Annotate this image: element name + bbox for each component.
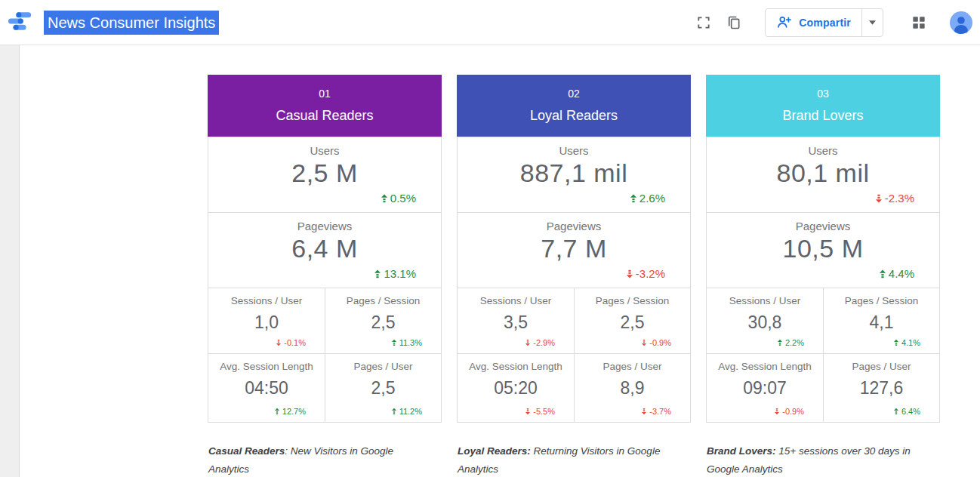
metric-label: Pageviews xyxy=(208,213,441,232)
card-number: 02 xyxy=(457,88,691,100)
card-loyal-readers: 02 Loyal Readers Users 887,1 mil 2.6% Pa… xyxy=(457,75,691,477)
metric-value: 2,5 xyxy=(325,312,441,333)
metric-label: Sessions / User xyxy=(707,288,823,306)
metric-change: 2.6% xyxy=(630,192,665,205)
change-arrow-icon xyxy=(392,408,396,415)
change-arrow-icon xyxy=(894,339,898,346)
copy-pages-button[interactable] xyxy=(720,8,748,37)
metric-change: 4.4% xyxy=(880,267,914,280)
users-scorecard: Users 2,5 M 0.5% xyxy=(208,137,441,213)
metric-value: 30,8 xyxy=(707,312,823,333)
change-arrow-icon xyxy=(894,408,898,415)
users-scorecard: Users 887,1 mil 2.6% xyxy=(458,137,690,213)
metric-change: 11.3% xyxy=(392,338,422,347)
metric-change: 2.2% xyxy=(778,338,804,347)
metric-value: 05:20 xyxy=(458,378,574,399)
metric-change: -0.1% xyxy=(276,338,306,347)
pageviews-scorecard: Pageviews 6,4 M 13.1% xyxy=(208,213,441,288)
data-studio-logo-icon[interactable] xyxy=(8,11,33,34)
card-title: Casual Readers xyxy=(208,108,442,124)
metric-change: 12.7% xyxy=(275,407,306,416)
user-avatar[interactable] xyxy=(950,11,972,34)
metric-value: 3,5 xyxy=(458,312,574,333)
change-arrow-icon xyxy=(276,339,281,346)
pages-per-user-scorecard: Pages / User 127,6 6.4% xyxy=(823,353,939,422)
card-number: 01 xyxy=(208,88,442,100)
change-arrow-icon xyxy=(525,339,530,346)
pages-per-user-scorecard: Pages / User 2,5 11.2% xyxy=(325,353,441,422)
metric-change: -2.9% xyxy=(525,338,555,347)
card-number: 03 xyxy=(706,88,940,100)
pages-per-session-scorecard: Pages / Session 2,5 11.3% xyxy=(325,288,441,353)
metric-label: Pages / User xyxy=(824,354,939,372)
share-split-button: Compartir xyxy=(765,8,883,37)
metric-value: 887,1 mil xyxy=(458,158,690,188)
metric-label: Avg. Session Length xyxy=(458,354,574,372)
metric-change: 13.1% xyxy=(374,267,416,280)
avg-session-length-scorecard: Avg. Session Length 05:20 -5.5% xyxy=(458,353,574,422)
change-arrow-icon xyxy=(627,269,633,279)
change-arrow-icon xyxy=(630,194,636,203)
metric-value: 10,5 M xyxy=(707,234,939,263)
secondary-metrics: Sessions / User 1,0 -0.1% Pages / Sessio… xyxy=(208,288,441,422)
share-button[interactable]: Compartir xyxy=(766,9,861,36)
apps-grid-icon xyxy=(912,16,926,29)
metric-value: 127,6 xyxy=(824,378,939,399)
fullscreen-icon xyxy=(696,15,711,30)
metric-value: 4,1 xyxy=(824,312,939,333)
metric-change: -5.5% xyxy=(525,407,555,416)
sessions-per-user-scorecard: Sessions / User 1,0 -0.1% xyxy=(208,288,325,353)
topbar-actions: Compartir xyxy=(689,8,972,37)
metric-change: -3.2% xyxy=(627,267,665,280)
dropdown-caret-icon xyxy=(869,20,876,25)
metric-label: Sessions / User xyxy=(458,288,574,306)
metric-label: Users xyxy=(707,137,939,157)
pageviews-scorecard: Pageviews 10,5 M 4.4% xyxy=(707,213,939,288)
copy-pages-icon xyxy=(726,15,741,30)
metric-change: 0.5% xyxy=(381,192,416,205)
secondary-metrics: Sessions / User 3,5 -2.9% Pages / Sessio… xyxy=(458,288,690,422)
sessions-per-user-scorecard: Sessions / User 3,5 -2.9% xyxy=(458,288,574,353)
pages-per-session-scorecard: Pages / Session 4,1 4.1% xyxy=(823,288,939,353)
page-left-gutter xyxy=(0,45,20,477)
change-arrow-icon xyxy=(642,408,646,415)
fullscreen-button[interactable] xyxy=(689,8,718,37)
apps-grid-button[interactable] xyxy=(904,8,933,37)
metric-value: 09:07 xyxy=(707,378,823,399)
avg-session-length-scorecard: Avg. Session Length 09:07 -0.9% xyxy=(707,353,823,422)
card-title: Brand Lovers xyxy=(706,108,940,124)
app-topbar: News Consumer Insights xyxy=(0,0,980,45)
card-brand-lovers: 03 Brand Lovers Users 80,1 mil -2.3% Pag… xyxy=(706,75,940,477)
metric-label: Pages / Session xyxy=(325,288,441,306)
metric-value: 2,5 xyxy=(575,312,690,333)
metric-label: Pages / User xyxy=(575,354,690,372)
change-arrow-icon xyxy=(880,269,886,279)
metric-change: -0.9% xyxy=(642,338,671,347)
metric-label: Users xyxy=(208,137,441,157)
change-arrow-icon xyxy=(381,194,387,203)
change-arrow-icon xyxy=(778,339,782,346)
metric-label: Pageviews xyxy=(458,213,690,232)
share-options-button[interactable] xyxy=(861,9,883,36)
segment-definition: Loyal Readers: Returning Visitors in Goo… xyxy=(458,442,669,477)
metric-label: Users xyxy=(458,137,690,157)
metric-change: 4.1% xyxy=(894,338,920,347)
report-title: News Consumer Insights xyxy=(44,11,219,35)
card-title: Loyal Readers xyxy=(457,108,691,124)
pages-per-session-scorecard: Pages / Session 2,5 -0.9% xyxy=(574,288,690,353)
metric-label: Pages / Session xyxy=(824,288,939,306)
card-header: 01 Casual Readers xyxy=(208,75,442,137)
segment-definition: Brand Lovers: 15+ sessions over 30 days … xyxy=(707,442,918,477)
metric-value: 1,0 xyxy=(208,312,325,333)
metric-value: 2,5 xyxy=(325,378,441,399)
card-casual-readers: 01 Casual Readers Users 2,5 M 0.5% Pagev… xyxy=(208,75,442,477)
secondary-metrics: Sessions / User 30,8 2.2% Pages / Sessio… xyxy=(707,288,939,422)
segment-definition: Casual Readers: New Visitors in Google A… xyxy=(208,442,420,477)
metric-change: -2.3% xyxy=(876,192,914,205)
metric-value: 7,7 M xyxy=(458,234,690,263)
card-header: 02 Loyal Readers xyxy=(457,75,691,137)
users-scorecard: Users 80,1 mil -2.3% xyxy=(707,137,939,213)
change-arrow-icon xyxy=(374,269,381,279)
metric-change: -3.7% xyxy=(642,407,671,416)
change-arrow-icon xyxy=(392,339,396,346)
